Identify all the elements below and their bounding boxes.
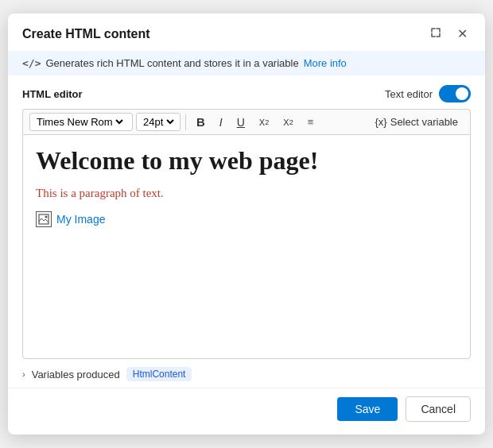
svg-point-1 [45, 216, 48, 218]
editor-toolbar: Times New Rom Arial Calibri 24pt 8pt 12p… [22, 109, 471, 134]
select-variable-label: Select variable [390, 116, 458, 128]
paragraph-text: This is a paragraph of text. [36, 187, 457, 200]
close-icon[interactable]: ✕ [454, 25, 471, 43]
superscript-button[interactable]: X2 [278, 115, 298, 129]
editor-content-area[interactable]: Welcome to my web page! This is a paragr… [22, 134, 471, 359]
underline-button[interactable]: U [231, 114, 250, 131]
chevron-right-icon[interactable]: › [22, 369, 25, 379]
code-icon: </> [22, 57, 41, 69]
toolbar-divider-1 [185, 114, 186, 130]
editor-section: HTML editor Text editor Times New Rom Ar… [8, 75, 485, 359]
heading-text: Welcome to my web page! [36, 146, 457, 176]
font-size-select[interactable]: 24pt 8pt 12pt 18pt 36pt [136, 113, 181, 131]
editor-label-row: HTML editor Text editor [22, 85, 471, 102]
variable-icon: {x} [375, 116, 387, 128]
dialog-footer: Save Cancel [8, 388, 485, 434]
expand-icon[interactable] [427, 25, 444, 43]
save-button[interactable]: Save [337, 397, 398, 421]
info-text: Generates rich HTML content and stores i… [45, 57, 298, 69]
info-banner: </> Generates rich HTML content and stor… [8, 51, 485, 75]
variables-label: Variables produced [32, 369, 120, 380]
cancel-button[interactable]: Cancel [406, 396, 471, 422]
create-html-dialog: Create HTML content ✕ </> Generates rich… [8, 14, 485, 434]
font-family-dropdown[interactable]: Times New Rom Arial Calibri [33, 115, 126, 129]
image-icon [36, 211, 52, 227]
italic-button[interactable]: I [214, 114, 228, 131]
html-editor-label: HTML editor [22, 88, 83, 100]
more-info-link[interactable]: More info [304, 57, 347, 69]
image-label: My Image [56, 213, 105, 226]
text-editor-toggle-switch[interactable] [439, 85, 471, 102]
subscript-button[interactable]: X2 [254, 115, 274, 129]
text-editor-toggle: Text editor [385, 85, 471, 102]
font-family-select[interactable]: Times New Rom Arial Calibri [29, 113, 133, 131]
align-button[interactable]: ≡ [302, 114, 320, 130]
select-variable-button[interactable]: {x} Select variable [370, 114, 464, 130]
image-placeholder: My Image [36, 211, 457, 227]
font-size-dropdown[interactable]: 24pt 8pt 12pt 18pt 36pt [140, 115, 177, 129]
variable-badge: HtmlContent [126, 367, 192, 381]
text-editor-label: Text editor [385, 88, 433, 100]
bold-button[interactable]: B [191, 113, 211, 131]
header-icons: ✕ [427, 25, 471, 43]
variables-row: › Variables produced HtmlContent [8, 359, 485, 388]
dialog-title: Create HTML content [22, 27, 150, 41]
dialog-header: Create HTML content ✕ [8, 14, 485, 51]
